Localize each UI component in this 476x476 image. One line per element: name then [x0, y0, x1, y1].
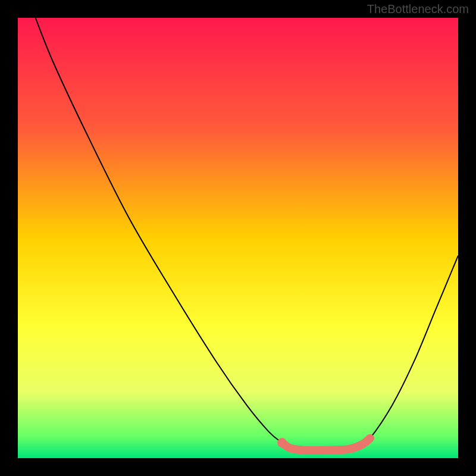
watermark-text: TheBottleneck.com	[367, 2, 469, 16]
chart-area	[18, 18, 458, 458]
gradient-background	[18, 18, 458, 458]
highlight-dot	[277, 438, 287, 447]
chart-svg	[18, 18, 458, 458]
